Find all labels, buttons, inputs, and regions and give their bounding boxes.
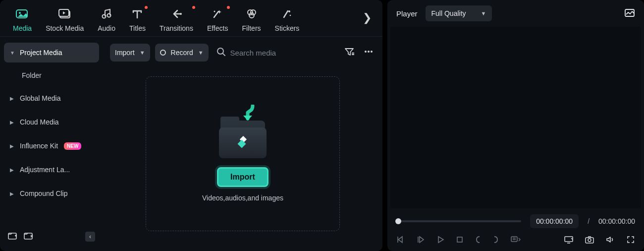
sidebar-item-label: Adjustment La... <box>20 166 70 174</box>
chevron-right-icon: ▶ <box>10 167 15 173</box>
play-button[interactable] <box>436 235 445 244</box>
time-total: 00:00:00:00 <box>598 217 635 225</box>
chevron-right-icon: ▶ <box>10 191 15 196</box>
notification-dot-icon <box>227 6 230 9</box>
sidebar-item-cloud-media[interactable]: ▶ Cloud Media <box>4 112 99 132</box>
tab-stock-media[interactable]: Stock Media <box>39 3 91 36</box>
step-back-button[interactable] <box>416 236 425 244</box>
titles-icon <box>132 7 143 20</box>
chevron-down-icon: ▼ <box>198 50 204 56</box>
player-progress: 00:00:00:00 / 00:00:00:00 <box>387 208 644 228</box>
delete-folder-icon[interactable] <box>24 231 34 242</box>
svg-point-17 <box>365 51 367 53</box>
stickers-icon <box>281 7 292 20</box>
import-button-label: Import <box>230 173 255 181</box>
mark-out-button[interactable] <box>492 235 499 244</box>
topnav: Media Stock Media Audio Titles <box>0 0 382 37</box>
player-controls <box>387 228 644 251</box>
sidebar-item-label: Global Media <box>20 94 61 102</box>
progress-thumb[interactable] <box>395 218 401 224</box>
chevron-down-icon: ▼ <box>481 10 486 16</box>
search-wrap <box>214 47 337 58</box>
progress-slider[interactable] <box>396 220 521 222</box>
time-separator: / <box>588 217 590 225</box>
svg-point-19 <box>371 51 373 53</box>
tab-label: Effects <box>207 24 228 32</box>
tab-label: Filters <box>242 24 261 32</box>
time-current[interactable]: 00:00:00:00 <box>530 214 579 228</box>
stock-media-icon <box>58 7 71 20</box>
sidebar-item-compound-clip[interactable]: ▶ Compound Clip <box>4 184 99 203</box>
tab-media[interactable]: Media <box>6 3 39 36</box>
record-label: Record <box>171 49 193 57</box>
collapse-sidebar-button[interactable]: ‹ <box>85 232 95 242</box>
media-main: Import ▼ Record ▼ <box>103 37 382 251</box>
sidebar-item-label: Influence Kit <box>20 142 58 150</box>
svg-point-7 <box>180 13 182 15</box>
svg-rect-24 <box>511 237 517 242</box>
svg-rect-22 <box>625 9 634 16</box>
player-canvas <box>390 27 641 208</box>
sidebar-item-label: Compound Clip <box>20 189 68 197</box>
fullscreen-button[interactable] <box>626 235 635 244</box>
filters-icon <box>246 7 258 20</box>
tab-label: Stock Media <box>46 24 84 32</box>
mark-in-button[interactable] <box>475 235 482 244</box>
new-folder-icon[interactable] <box>8 231 18 242</box>
tab-filters[interactable]: Filters <box>235 3 268 36</box>
svg-rect-25 <box>565 237 573 242</box>
sidebar-item-label: Folder <box>22 71 42 79</box>
new-badge: NEW <box>64 142 81 150</box>
player-header: Player Full Quality ▼ <box>387 0 644 27</box>
svg-point-13 <box>290 14 291 16</box>
more-button[interactable] <box>362 47 376 59</box>
stop-button[interactable] <box>456 236 464 244</box>
tab-label: Transitions <box>160 24 193 32</box>
import-folder-icon <box>213 106 272 160</box>
sidebar-item-folder[interactable]: Folder <box>4 66 99 84</box>
prev-frame-button[interactable] <box>396 236 405 244</box>
filter-button[interactable] <box>342 47 357 59</box>
import-button[interactable]: Import <box>217 167 268 187</box>
tab-effects[interactable]: Effects <box>200 3 235 36</box>
camera-button[interactable] <box>585 235 594 244</box>
chevron-left-icon: ‹ <box>89 233 91 240</box>
media-library-panel: Media Stock Media Audio Titles <box>0 0 382 251</box>
notification-dot-icon <box>145 6 148 9</box>
svg-point-8 <box>214 10 215 12</box>
chevron-right-icon: ▶ <box>10 120 15 125</box>
media-dropzone[interactable]: Import Videos,audios,and images <box>146 76 340 231</box>
chevron-right-icon: ▶ <box>10 96 15 101</box>
player-title: Player <box>396 9 418 18</box>
display-button[interactable] <box>564 235 574 244</box>
svg-rect-23 <box>457 237 462 242</box>
dropzone-hint: Videos,audios,and images <box>202 194 283 202</box>
quality-label: Full Quality <box>431 9 466 17</box>
tab-titles[interactable]: Titles <box>122 3 153 36</box>
record-dropdown[interactable]: Record ▼ <box>155 44 209 62</box>
tab-audio[interactable]: Audio <box>91 3 122 36</box>
tab-label: Audio <box>98 24 115 32</box>
topnav-more-button[interactable]: ❯ <box>358 11 376 28</box>
sidebar-item-label: Project Media <box>20 49 62 57</box>
svg-point-27 <box>588 239 591 242</box>
volume-button[interactable] <box>605 235 615 244</box>
notification-dot-icon <box>192 6 195 9</box>
rate-dropdown[interactable] <box>510 235 521 244</box>
search-input[interactable] <box>230 49 337 57</box>
audio-icon <box>101 7 112 20</box>
sidebar-item-adjustment-layer[interactable]: ▶ Adjustment La... <box>4 160 99 180</box>
chevron-right-icon: ❯ <box>363 11 372 24</box>
import-dropdown[interactable]: Import ▼ <box>110 44 150 62</box>
search-icon <box>216 47 225 58</box>
tab-stickers[interactable]: Stickers <box>268 3 307 36</box>
svg-point-11 <box>249 13 254 18</box>
sidebar-item-global-media[interactable]: ▶ Global Media <box>4 88 99 108</box>
sidebar-item-project-media[interactable]: ▼ Project Media <box>4 43 99 63</box>
sidebar-item-influence-kit[interactable]: ▶ Influence Kit NEW <box>4 136 99 156</box>
chevron-right-icon: ▶ <box>10 143 15 149</box>
snapshot-button[interactable] <box>624 7 635 19</box>
tab-transitions[interactable]: Transitions <box>153 3 200 36</box>
player-quality-select[interactable]: Full Quality ▼ <box>426 5 492 21</box>
effects-icon <box>212 7 223 20</box>
